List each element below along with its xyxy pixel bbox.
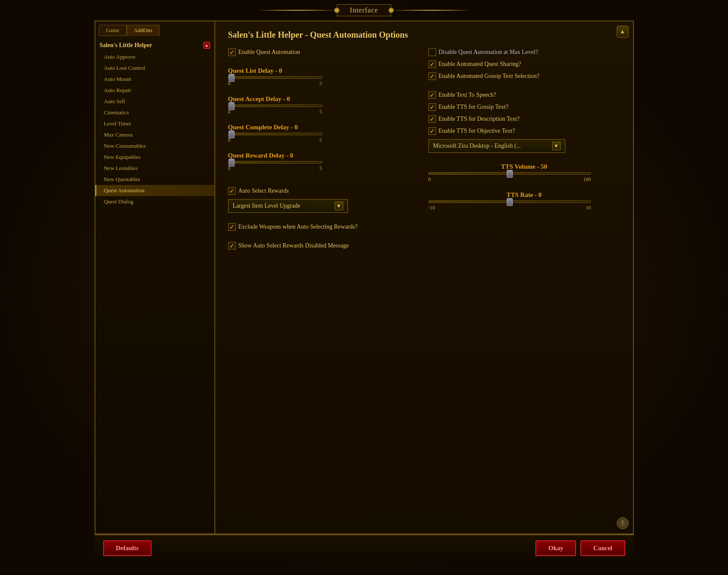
quest-list-delay-track-container: 0 5 [228, 76, 420, 87]
checkmark-icon: ✓ [430, 73, 435, 80]
main-panel: Game AddOns Salen's Little Helper ■ Auto… [95, 21, 634, 534]
checkmark-icon: ✓ [229, 188, 235, 195]
quest-complete-delay-range: 0 5 [228, 137, 322, 143]
tts-volume-section: TTS Volume - 50 0 100 [428, 163, 620, 183]
gem-right [389, 8, 394, 13]
show-disabled-message-label: Show Auto Select Rewards Disabled Messag… [238, 242, 349, 249]
window-title: Interface [337, 4, 392, 16]
sidebar-item-quest-automation[interactable]: Quest Automation [95, 185, 214, 196]
quest-accept-delay-range: 0 5 [228, 109, 322, 115]
quest-accept-delay-thumb[interactable] [229, 102, 235, 110]
tts-volume-track-container: 0 100 [428, 172, 620, 183]
reward-dropdown[interactable]: Largest Item Level Upgrade ▼ [228, 199, 348, 213]
okay-button[interactable]: Okay [535, 540, 576, 556]
enable-tts-gossip-label: Enable TTS for Gossip Text? [439, 104, 508, 110]
voice-dropdown[interactable]: Microsoft Zira Desktop - English (... ▼ [428, 139, 565, 153]
quest-list-delay-track[interactable] [228, 76, 322, 79]
exclude-weapons-checkbox[interactable]: ✓ [228, 223, 236, 231]
enable-sharing-checkbox[interactable]: ✓ [428, 60, 436, 68]
disable-at-max-row[interactable]: Disable Quest Automation at Max Level? [428, 48, 620, 56]
sidebar-item-auto-approve[interactable]: Auto Approve [95, 51, 214, 63]
tab-addons[interactable]: AddOns [127, 25, 160, 36]
scroll-up-button[interactable]: ▲ [617, 26, 629, 38]
checkmark-icon: ✓ [229, 49, 235, 56]
reward-dropdown-arrow[interactable]: ▼ [335, 202, 343, 210]
quest-reward-delay-section: Quest Reward Delay - 0 0 5 [228, 152, 420, 172]
sidebar: Game AddOns Salen's Little Helper ■ Auto… [95, 21, 215, 533]
checkmark-icon: ✓ [430, 104, 435, 111]
quest-accept-delay-track-container: 0 5 [228, 104, 420, 115]
quest-reward-delay-range: 0 5 [228, 165, 322, 172]
sidebar-item-quest-dialog[interactable]: Quest Dialog [95, 196, 214, 207]
sidebar-item-auto-repair[interactable]: Auto Repair [95, 85, 214, 96]
auto-select-rewards-row[interactable]: ✓ Auto Select Rewards [228, 187, 420, 195]
sidebar-title: Salen's Little Helper [100, 42, 152, 49]
cancel-button[interactable]: Cancel [580, 540, 625, 556]
enable-tts-objective-checkbox[interactable]: ✓ [428, 127, 436, 135]
quest-list-delay-section: Quest List Delay - 0 0 5 [228, 67, 420, 87]
help-icon[interactable]: ? [617, 517, 629, 529]
quest-reward-delay-track[interactable] [228, 161, 322, 164]
slider-max-label: 5 [320, 165, 322, 172]
sidebar-item-new-questables[interactable]: New Questables [95, 174, 214, 185]
enable-gossip-row[interactable]: ✓ Enable Automated Gossip Text Selection… [428, 72, 620, 80]
exclude-weapons-label: Exclude Weapons when Auto Selecting Rewa… [238, 223, 358, 230]
disable-at-max-checkbox[interactable] [428, 48, 436, 56]
tts-rate-label: TTS Rate - 0 [428, 191, 620, 199]
quest-complete-delay-track[interactable] [228, 133, 322, 135]
enable-tts-description-row[interactable]: ✓ Enable TTS for Description Text? [428, 115, 620, 123]
enable-tts-gossip-checkbox[interactable]: ✓ [428, 103, 436, 111]
sidebar-item-max-camera[interactable]: Max Camera [95, 129, 214, 140]
show-disabled-message-row[interactable]: ✓ Show Auto Select Rewards Disabled Mess… [228, 242, 420, 250]
sidebar-item-new-lootables[interactable]: New Lootables [95, 163, 214, 174]
tts-volume-track[interactable] [428, 172, 591, 175]
checkmark-icon: ✓ [229, 242, 235, 250]
sidebar-close-button[interactable]: ■ [203, 42, 210, 49]
options-grid: ✓ Enable Quest Automation Quest List Del… [228, 48, 620, 254]
sidebar-item-level-timer[interactable]: Level Timer [95, 118, 214, 129]
tts-rate-thumb[interactable] [507, 198, 513, 206]
sidebar-item-auto-mount[interactable]: Auto Mount [95, 74, 214, 85]
tts-volume-thumb[interactable] [507, 170, 513, 178]
enable-tts-gossip-row[interactable]: ✓ Enable TTS for Gossip Text? [428, 103, 620, 111]
quest-list-delay-range: 0 5 [228, 80, 322, 87]
tabs-row: Game AddOns [95, 25, 214, 36]
exclude-weapons-row[interactable]: ✓ Exclude Weapons when Auto Selecting Re… [228, 223, 420, 231]
sidebar-item-new-consumables[interactable]: New Consumables [95, 140, 214, 152]
checkmark-icon: ✓ [430, 128, 435, 135]
tts-rate-track[interactable] [428, 200, 591, 203]
content-title: Salen's Little Helper - Quest Automation… [228, 30, 620, 40]
slider-max-label: 100 [583, 176, 591, 183]
enable-tts-objective-row[interactable]: ✓ Enable TTS for Objective Text? [428, 127, 620, 135]
title-text: Interface [350, 6, 378, 14]
enable-tts-row[interactable]: ✓ Enable Text To Speech? [428, 91, 620, 99]
sidebar-item-cinematics[interactable]: Cinematics [95, 107, 214, 118]
quest-accept-delay-label: Quest Accept Delay - 0 [228, 95, 420, 103]
enable-quest-automation-row[interactable]: ✓ Enable Quest Automation [228, 48, 420, 56]
quest-reward-delay-label: Quest Reward Delay - 0 [228, 152, 420, 159]
enable-tts-checkbox[interactable]: ✓ [428, 91, 436, 99]
auto-select-rewards-checkbox[interactable]: ✓ [228, 187, 236, 195]
sidebar-item-auto-loot-control[interactable]: Auto Loot Control [95, 63, 214, 74]
quest-list-delay-thumb[interactable] [229, 74, 235, 82]
bottom-bar: Defaults Okay Cancel [95, 534, 634, 561]
quest-accept-delay-track[interactable] [228, 104, 322, 107]
enable-tts-objective-label: Enable TTS for Objective Text? [439, 128, 515, 134]
enable-quest-automation-checkbox[interactable]: ✓ [228, 48, 236, 56]
tab-game[interactable]: Game [99, 25, 127, 36]
gem-left [334, 8, 339, 13]
enable-tts-description-checkbox[interactable]: ✓ [428, 115, 436, 123]
show-disabled-message-checkbox[interactable]: ✓ [228, 242, 236, 250]
quest-list-delay-label: Quest List Delay - 0 [228, 67, 420, 74]
quest-complete-delay-thumb[interactable] [229, 131, 235, 138]
tts-rate-section: TTS Rate - 0 -10 10 [428, 191, 620, 211]
right-buttons: Okay Cancel [535, 540, 625, 556]
sidebar-item-new-equipables[interactable]: New Equipables [95, 152, 214, 163]
quest-reward-delay-thumb[interactable] [229, 159, 235, 167]
voice-dropdown-arrow[interactable]: ▼ [552, 142, 561, 150]
sidebar-item-auto-sell[interactable]: Auto Sell [95, 96, 214, 107]
enable-sharing-row[interactable]: ✓ Enable Automated Quest Sharing? [428, 60, 620, 68]
defaults-button[interactable]: Defaults [103, 540, 152, 556]
slider-max-label: 5 [320, 137, 322, 143]
enable-gossip-checkbox[interactable]: ✓ [428, 72, 436, 80]
